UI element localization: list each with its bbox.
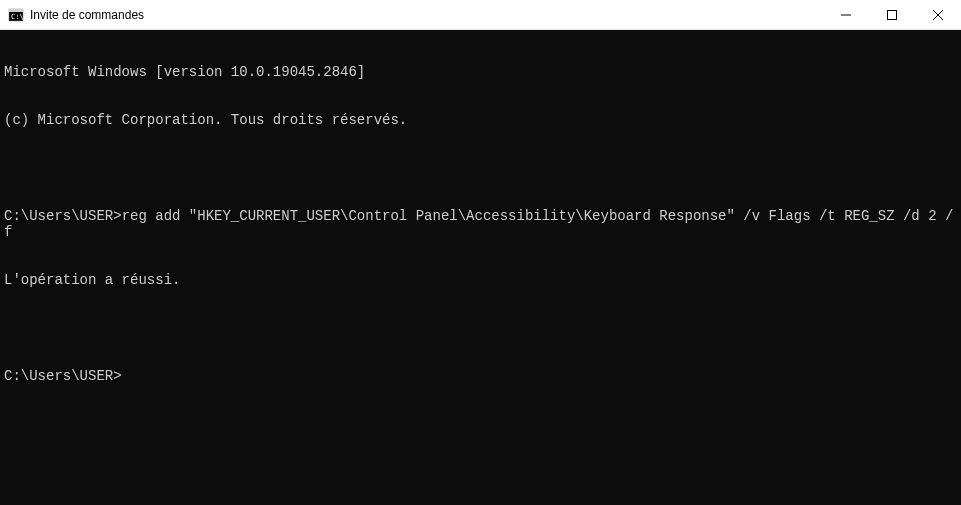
window-title: Invite de commandes — [30, 8, 823, 22]
terminal-line: (c) Microsoft Corporation. Tous droits r… — [4, 112, 957, 128]
close-button[interactable] — [915, 0, 961, 30]
terminal-blank — [4, 320, 957, 336]
svg-rect-4 — [888, 11, 897, 20]
terminal-line: C:\Users\USER> — [4, 368, 957, 384]
window-controls — [823, 0, 961, 29]
cmd-icon: C:\ — [8, 7, 24, 23]
terminal-line: L'opération a réussi. — [4, 272, 957, 288]
command-text: reg add "HKEY_CURRENT_USER\Control Panel… — [4, 208, 953, 240]
prompt: C:\Users\USER> — [4, 368, 122, 384]
terminal-line: C:\Users\USER>reg add "HKEY_CURRENT_USER… — [4, 208, 957, 240]
prompt: C:\Users\USER> — [4, 208, 122, 224]
terminal-line: Microsoft Windows [version 10.0.19045.28… — [4, 64, 957, 80]
maximize-button[interactable] — [869, 0, 915, 30]
terminal-area[interactable]: Microsoft Windows [version 10.0.19045.28… — [0, 30, 961, 505]
minimize-button[interactable] — [823, 0, 869, 30]
svg-text:C:\: C:\ — [11, 13, 24, 21]
svg-rect-1 — [9, 9, 23, 12]
titlebar: C:\ Invite de commandes — [0, 0, 961, 30]
terminal-blank — [4, 160, 957, 176]
